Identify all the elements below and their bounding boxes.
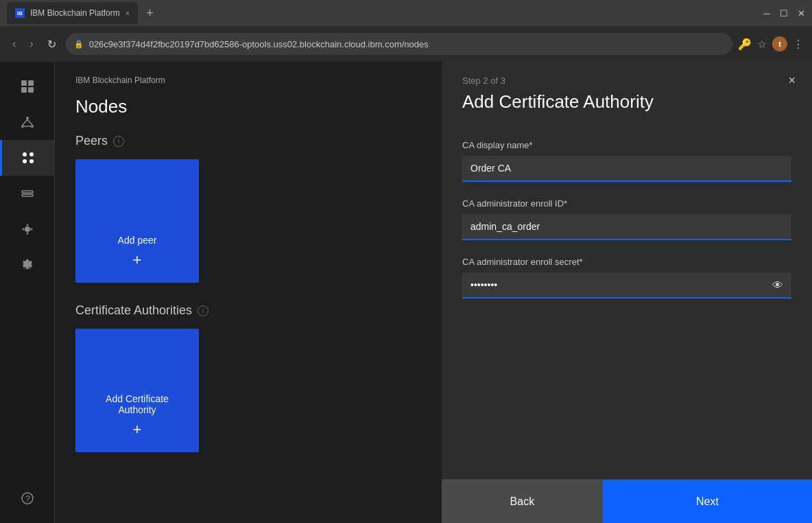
svg-point-16 [25, 226, 30, 232]
sidebar-item-network[interactable] [0, 104, 54, 140]
back-button[interactable]: Back [442, 480, 603, 523]
tab-title: IBM Blockchain Platform [30, 8, 120, 18]
svg-rect-0 [21, 80, 27, 86]
back-button[interactable]: ‹ [8, 35, 20, 53]
svg-rect-1 [28, 80, 34, 86]
ca-admin-enroll-id-label: CA administrator enroll ID* [462, 198, 791, 209]
sidebar-item-help[interactable]: ? [0, 480, 54, 516]
ca-admin-enroll-secret-label: CA administrator enroll secret* [462, 257, 791, 267]
peers-info-icon[interactable]: i [113, 136, 124, 147]
user-avatar[interactable]: t [772, 36, 787, 51]
peers-label: Peers [75, 134, 108, 148]
svg-point-10 [23, 152, 27, 156]
refresh-button[interactable]: ↻ [43, 35, 60, 54]
app-container: ? IBM Blockchain Platform Nodes Peers i … [0, 62, 812, 523]
add-ca-card[interactable]: Add Certificate Authority + [75, 329, 199, 452]
svg-point-19 [22, 229, 24, 231]
toggle-password-icon[interactable]: 👁 [772, 279, 783, 292]
sidebar-item-dashboard[interactable] [0, 69, 54, 104]
ca-admin-enroll-id-input[interactable] [462, 214, 791, 240]
key-icon: 🔑 [738, 38, 752, 51]
lock-icon: 🔒 [74, 40, 84, 49]
window-controls: ─ ☐ ✕ [764, 8, 805, 19]
svg-point-11 [29, 152, 34, 156]
svg-point-4 [26, 117, 29, 119]
sidebar-item-settings[interactable] [0, 247, 54, 283]
panel-overlay: Step 2 of 3 Add Certificate Authority × … [442, 62, 812, 523]
minimize-button[interactable]: ─ [764, 8, 770, 19]
new-tab-button[interactable]: + [143, 3, 156, 23]
nodes-icon [21, 151, 35, 165]
svg-point-20 [30, 229, 32, 231]
svg-text:?: ? [25, 494, 30, 504]
sidebar: ? [0, 62, 55, 523]
browser-toolbar: 🔑 ☆ t ⋮ [738, 36, 804, 51]
add-peer-card[interactable]: Add peer + [75, 159, 199, 283]
app-header-title: IBM Blockchain Platform [75, 75, 165, 85]
address-bar[interactable]: 🔒 026c9e3f374d4f2fbc20197d7bd62586-optoo… [66, 33, 732, 55]
next-button[interactable]: Next [603, 480, 812, 523]
tab-favicon: IB [15, 8, 25, 18]
sidebar-item-channels[interactable] [0, 176, 54, 211]
add-ca-plus-icon: + [133, 421, 142, 439]
panel-footer: Back Next [442, 479, 812, 523]
grid-icon [21, 80, 34, 93]
forward-button[interactable]: › [25, 35, 37, 53]
ca-admin-enroll-secret-group: CA administrator enroll secret* 👁 [462, 257, 791, 299]
svg-point-13 [29, 159, 34, 163]
svg-rect-2 [21, 87, 27, 93]
ca-display-name-group: CA display name* [462, 140, 791, 182]
ca-section-label: Certificate Authorities [75, 303, 192, 318]
ca-display-name-input[interactable] [462, 156, 791, 182]
settings-icon [21, 258, 34, 272]
svg-point-18 [26, 233, 28, 235]
sidebar-item-wallet[interactable] [0, 211, 54, 247]
svg-line-8 [27, 119, 32, 125]
url-text: 026c9e3f374d4f2fbc20197d7bd62586-optools… [89, 39, 429, 49]
panel-body: CA display name* CA administrator enroll… [442, 124, 812, 479]
channels-icon [21, 187, 34, 200]
add-ca-label: Add Certificate Authority [89, 393, 185, 415]
wallet-icon [21, 222, 34, 236]
help-icon: ? [21, 491, 34, 505]
panel-header: Step 2 of 3 Add Certificate Authority × [442, 62, 812, 124]
add-peer-label: Add peer [118, 235, 157, 246]
browser-chrome: IB IBM Blockchain Platform × + ─ ☐ ✕ ‹ ›… [0, 0, 812, 62]
svg-rect-14 [22, 191, 33, 193]
star-icon[interactable]: ☆ [757, 38, 767, 51]
maximize-button[interactable]: ☐ [780, 8, 788, 19]
add-peer-plus-icon: + [133, 251, 142, 269]
ca-admin-enroll-secret-wrapper: 👁 [462, 272, 791, 299]
ca-admin-enroll-id-group: CA administrator enroll ID* [462, 198, 791, 240]
svg-rect-15 [22, 194, 33, 196]
ca-info-icon[interactable]: i [198, 305, 208, 316]
network-icon [21, 115, 34, 129]
browser-titlebar: IB IBM Blockchain Platform × + ─ ☐ ✕ [0, 0, 812, 26]
menu-icon[interactable]: ⋮ [793, 38, 804, 51]
panel-step: Step 2 of 3 [462, 75, 791, 86]
browser-controls: ‹ › ↻ 🔒 026c9e3f374d4f2fbc20197d7bd62586… [0, 26, 812, 62]
sidebar-bottom: ? [0, 480, 54, 523]
svg-point-17 [26, 224, 28, 226]
svg-point-12 [23, 159, 27, 163]
panel-title: Add Certificate Authority [462, 91, 791, 113]
close-window-button[interactable]: ✕ [798, 8, 805, 19]
tab-close-button[interactable]: × [126, 9, 130, 17]
sidebar-item-nodes[interactable] [0, 140, 54, 176]
svg-point-21 [26, 264, 29, 266]
browser-tab[interactable]: IB IBM Blockchain Platform × [7, 2, 138, 24]
svg-line-7 [23, 119, 27, 125]
panel-close-button[interactable]: × [788, 74, 796, 86]
ca-display-name-label: CA display name* [462, 140, 791, 150]
ca-admin-enroll-secret-input[interactable] [462, 272, 791, 299]
svg-rect-3 [28, 87, 34, 93]
